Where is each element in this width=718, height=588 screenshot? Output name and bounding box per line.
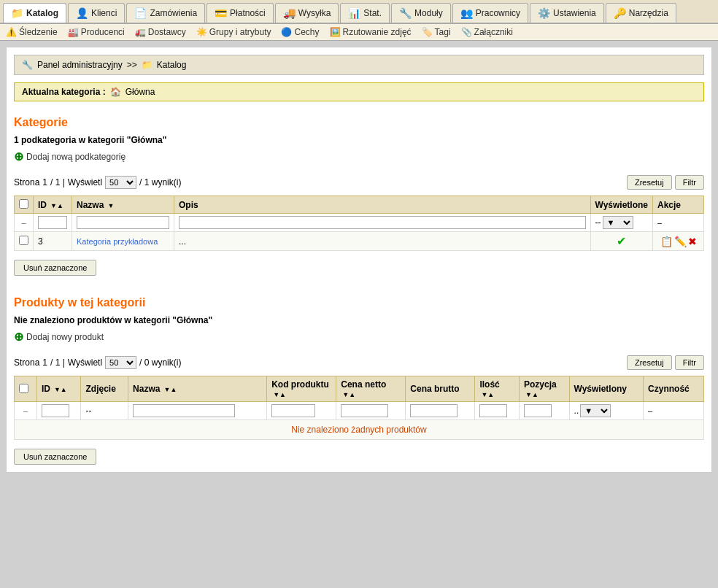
cat-filter-visible-select[interactable]: ▼ Tak Nie xyxy=(603,216,633,229)
prod-sort-qty[interactable]: ▼▲ xyxy=(481,391,494,398)
tab-klienci[interactable]: 👤 Klienci xyxy=(68,3,125,23)
cat-copy-icon[interactable]: 📋 xyxy=(660,236,673,247)
show-select-prod[interactable]: 50 25 100 xyxy=(105,356,136,369)
show-label-prod: Wyświetl xyxy=(68,357,102,368)
cat-row-checkbox[interactable] xyxy=(19,236,28,245)
cat-row-actions-cell: 📋 ✏️ ✖ xyxy=(653,232,704,251)
subnav-dostawcy-label: Dostawcy xyxy=(148,27,186,37)
show-select-cat[interactable]: 50 25 100 xyxy=(105,176,136,189)
subnav-producenci[interactable]: 🏭 Producenci xyxy=(68,27,125,37)
tab-wysylka[interactable]: 🚚 Wysyłka xyxy=(275,3,339,23)
tab-stat[interactable]: 📊 Stat. xyxy=(340,3,390,23)
prod-sort-id[interactable]: ▼▲ xyxy=(54,386,67,393)
subcategory-count: 1 podkategoria w kategorii "Główna" xyxy=(14,135,704,145)
cat-col-check xyxy=(15,196,34,214)
prod-select-all[interactable] xyxy=(19,384,28,393)
cat-delete-icon[interactable]: ✖ xyxy=(688,236,697,247)
subnav-zalaczniki[interactable]: 📎 Załączniki xyxy=(461,27,513,37)
cat-filter-row: – -- ▼ Tak xyxy=(15,214,704,232)
tab-ustawienia[interactable]: ⚙️ Ustawienia xyxy=(530,3,604,23)
tab-moduly[interactable]: 🔧 Moduły xyxy=(391,3,451,23)
current-category-bar: Aktualna kategoria : 🏠 Główna xyxy=(14,82,704,101)
tagi-icon: 🏷️ xyxy=(422,27,433,37)
prod-filter-name-cell xyxy=(128,402,267,420)
cat-row-name-link[interactable]: Kategoria przykładowa xyxy=(77,237,158,246)
prod-filter-vis-cell: .. ▼ Tak Nie xyxy=(569,402,644,420)
cat-remove-checked-button[interactable]: Usuń zaznaczone xyxy=(14,260,96,276)
tab-narzedzia[interactable]: 🔑 Narzędzia xyxy=(606,3,676,23)
categories-pagination-right: Zresetuj Filtr xyxy=(627,175,704,190)
subnav-sledzenie-label: Śledzenie xyxy=(19,27,58,37)
subnav-grupy[interactable]: ☀️ Grupy i atrybuty xyxy=(196,27,271,37)
prod-filter-id-input[interactable] xyxy=(42,404,69,417)
cat-col-actions: Akcje xyxy=(653,196,704,214)
prod-filter-pos-input[interactable] xyxy=(524,404,552,417)
tab-katalog-label: Katalog xyxy=(26,8,58,18)
cat-header-actions: Akcje xyxy=(657,200,681,210)
sort-arrows-id[interactable]: ▼▲ xyxy=(50,202,63,209)
cat-col-desc: Opis xyxy=(174,196,591,214)
prod-filter-code-input[interactable] xyxy=(271,404,315,417)
add-subcategory-link[interactable]: ⊕ Dodaj nową podkategorię xyxy=(14,150,704,163)
subnav-sledzenie[interactable]: ⚠️ Śledzenie xyxy=(6,27,58,37)
cat-row-action-icons: 📋 ✏️ ✖ xyxy=(657,236,699,247)
categories-section: Kategorie 1 podkategoria w kategorii "Gł… xyxy=(14,116,704,276)
tab-platnosci[interactable]: 💳 Płatności xyxy=(206,3,274,23)
prod-col-img: Zdjęcie xyxy=(81,376,128,402)
tab-katalog[interactable]: 📁 Katalog xyxy=(3,3,66,23)
add-product-label: Dodaj nowy produkt xyxy=(26,332,104,342)
katalog-icon: 📁 xyxy=(11,7,23,19)
prod-filter-qty-input[interactable] xyxy=(479,404,507,417)
cat-filter-dash: – xyxy=(15,214,34,232)
sort-arrows-name[interactable]: ▼ xyxy=(107,202,114,209)
cat-filter-id-input[interactable] xyxy=(38,216,67,229)
prod-filter-qty-cell xyxy=(475,402,520,420)
producenci-icon: 🏭 xyxy=(68,27,79,37)
prod-filter-brutto-input[interactable] xyxy=(410,404,458,417)
prod-filter-netto-cell xyxy=(336,402,406,420)
tab-zamowienia-label: Zamówienia xyxy=(150,8,197,18)
cat-edit-icon[interactable]: ✏️ xyxy=(674,236,687,247)
prod-no-data-row: Nie znaleziono żadnych produktów xyxy=(15,420,704,440)
reset-button-prod[interactable]: Zresetuj xyxy=(627,355,672,370)
prod-sort-code[interactable]: ▼▲ xyxy=(273,391,286,398)
subnav-dostawcy[interactable]: 🚛 Dostawcy xyxy=(135,27,186,37)
filter-button-prod[interactable]: Filtr xyxy=(675,355,704,370)
cat-filter-name-input[interactable] xyxy=(77,216,169,229)
prod-filter-vis-select[interactable]: ▼ Tak Nie xyxy=(580,404,611,417)
subnav-cechy[interactable]: 🔵 Cechy xyxy=(281,27,319,37)
prod-sort-netto[interactable]: ▼▲ xyxy=(342,391,355,398)
page-of-prod: / 1 | xyxy=(50,357,65,368)
prod-filter-row: – -- xyxy=(15,402,704,420)
subnav-rzutowanie[interactable]: 🖼️ Rzutowanie zdjęć xyxy=(330,27,412,37)
cat-filter-desc-input[interactable] xyxy=(179,216,586,229)
cat-filter-actions-cell: – xyxy=(653,214,704,232)
prod-filter-dash: – xyxy=(15,402,37,420)
categories-pagination-bar: Strona 1 / 1 | Wyświetl 50 25 100 / 1 wy… xyxy=(14,172,704,193)
prod-sort-pos[interactable]: ▼▲ xyxy=(525,391,538,398)
filter-button-cat[interactable]: Filtr xyxy=(675,175,704,190)
page-label-prod: Strona xyxy=(14,357,39,368)
subnav-tagi[interactable]: 🏷️ Tagi xyxy=(422,27,451,37)
platnosci-icon: 💳 xyxy=(215,7,227,19)
home-icon: 🏠 xyxy=(110,87,121,97)
prod-header-code: Kod produktu xyxy=(271,379,329,390)
categories-pagination-left: Strona 1 / 1 | Wyświetl 50 25 100 / 1 wy… xyxy=(14,176,181,189)
pracownicy-icon: 👥 xyxy=(460,7,473,19)
subnav-producenci-label: Producenci xyxy=(81,27,125,37)
add-product-link[interactable]: ⊕ Dodaj nowy produkt xyxy=(14,330,704,344)
tab-narzedzia-label: Narzędzia xyxy=(629,8,668,18)
prod-col-check xyxy=(15,376,37,402)
reset-button-cat[interactable]: Zresetuj xyxy=(627,175,672,190)
tab-zamowienia[interactable]: 📄 Zamówienia xyxy=(126,3,205,23)
tab-pracownicy[interactable]: 👥 Pracownicy xyxy=(452,3,528,23)
prod-filter-name-input[interactable] xyxy=(133,404,235,417)
table-row: 3 Kategoria przykładowa ... ✔ 📋 ✏️ xyxy=(15,232,704,251)
prod-sort-name[interactable]: ▼▲ xyxy=(164,386,177,393)
breadcrumb-separator: >> xyxy=(127,60,137,70)
add-subcategory-label: Dodaj nową podkategorię xyxy=(26,152,126,162)
cat-select-all[interactable] xyxy=(19,199,28,209)
prod-filter-netto-input[interactable] xyxy=(341,404,388,417)
prod-col-qty: Ilość ▼▲ xyxy=(475,376,520,402)
prod-remove-checked-button[interactable]: Usuń zaznaczone xyxy=(14,449,96,465)
